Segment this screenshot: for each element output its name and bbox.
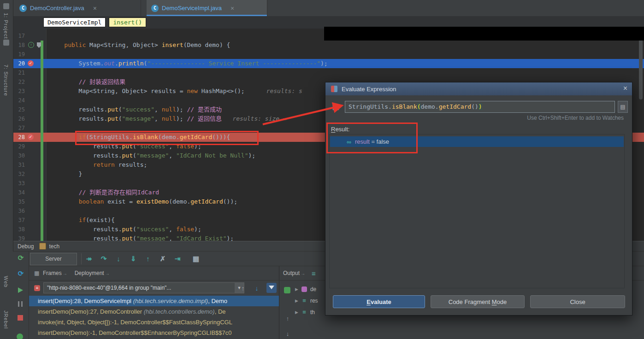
stack-frames-list: insert(Demo):28, DemoServiceImpl (hbi.te… xyxy=(29,296,279,339)
close-button[interactable]: Close xyxy=(530,295,625,308)
output-settings-icon[interactable] xyxy=(284,287,290,293)
menu-icon[interactable] xyxy=(3,3,9,9)
tab-democontroller[interactable]: C DemoController.java × xyxy=(15,0,141,16)
editor-scrollbar[interactable] xyxy=(639,30,643,99)
gutter: 1718↑1920✓2122232425262728✓2930313233343… xyxy=(13,29,46,241)
result-name: result xyxy=(355,138,370,145)
gutter-row: 32 xyxy=(13,170,46,179)
run-config-icon xyxy=(39,243,46,250)
gutter-row: 37 xyxy=(13,216,46,225)
rerun-icon[interactable]: ⟳ xyxy=(17,254,24,262)
sidebar-item-project[interactable]: 1: Project xyxy=(3,13,9,39)
code-line[interactable] xyxy=(50,68,644,77)
dialog-title-bar[interactable]: Evaluate Expression × xyxy=(325,82,632,95)
separator xyxy=(81,253,82,264)
drop-frame-icon[interactable]: ✗ xyxy=(158,254,168,263)
gutter-row: 26 xyxy=(13,114,46,123)
line-number: 24 xyxy=(13,96,25,105)
expand-arrow-icon[interactable]: ▶ xyxy=(295,298,298,303)
line-number: 38 xyxy=(13,225,25,234)
scroll-up-icon[interactable]: ↑ xyxy=(284,315,291,322)
gutter-row: 39 xyxy=(13,234,46,241)
close-icon[interactable]: × xyxy=(93,5,97,12)
stack-frame-row[interactable]: insertDemo(Demo):-1, DemoController$$Enh… xyxy=(29,327,279,338)
show-execution-point-icon[interactable]: ↠ xyxy=(84,254,94,263)
previous-frame-icon[interactable]: ↑ xyxy=(239,284,247,292)
ide-window: 1: Project 7: Structure Web JRebel C Dem… xyxy=(0,0,644,339)
gutter-row: 18↑ xyxy=(13,41,46,50)
scroll-down-icon[interactable]: ↓ xyxy=(284,330,291,338)
resume-icon[interactable] xyxy=(18,287,23,293)
evaluate-expression-icon[interactable]: ▦ xyxy=(191,254,201,263)
result-tree[interactable]: ∞ result = false xyxy=(329,134,625,288)
close-icon[interactable]: × xyxy=(623,84,627,93)
frames-icon: ▦ xyxy=(34,270,40,276)
breakpoint-icon[interactable]: ✓ xyxy=(28,134,34,140)
override-marker-icon[interactable]: ↑ xyxy=(28,42,34,48)
gutter-row: 23 xyxy=(13,87,46,96)
gutter-row: 27 xyxy=(13,123,46,133)
breadcrumb-method[interactable]: insert() xyxy=(109,18,146,27)
line-number: 31 xyxy=(13,160,25,170)
pause-icon[interactable] xyxy=(18,301,23,307)
stack-frame-row[interactable]: insertDemo(Demo):27, DemoController (hbi… xyxy=(29,306,279,317)
code-fragment-mode-button[interactable]: Code Fragment Mode xyxy=(431,295,525,308)
tab-arrow-icon: → xyxy=(301,271,305,276)
gutter-row: 33 xyxy=(13,179,46,188)
line-number: 33 xyxy=(13,179,25,188)
sidebar-item-structure[interactable]: 7: Structure xyxy=(3,64,9,96)
evaluate-button[interactable]: Evaluate xyxy=(333,295,425,308)
step-into-icon[interactable]: ↓ xyxy=(113,254,124,263)
breakpoint-icon[interactable]: ✓ xyxy=(28,60,34,66)
thread-dropdown[interactable]: "http-nio-8080-exec-40"@19,664 in group … xyxy=(43,282,244,293)
tab-deployment[interactable]: Deployment xyxy=(75,270,104,276)
evaluate-dialog-icon xyxy=(331,86,337,92)
result-row[interactable]: ∞ result = false xyxy=(330,136,624,147)
sidebar-item-web[interactable]: Web xyxy=(3,276,9,287)
filter-icon[interactable] xyxy=(266,283,277,293)
expand-editor-icon[interactable]: ▤ xyxy=(618,101,628,113)
gutter-row: 30 xyxy=(13,151,46,160)
sidebar-item-jrebel[interactable]: JRebel xyxy=(3,310,9,329)
tab-demoserviceimpl[interactable]: C DemoServiceImpl.java × xyxy=(147,0,267,16)
tab-server[interactable]: Server xyxy=(30,253,77,265)
line-number: 20 xyxy=(13,59,25,68)
variable-label: res xyxy=(310,298,318,304)
tab-output[interactable]: Output xyxy=(283,270,300,276)
thread-status-icon: ≡ xyxy=(34,285,40,291)
gutter-row: 22 xyxy=(13,77,46,87)
line-number: 28 xyxy=(13,133,25,142)
stack-frame-row[interactable]: invoke(int, Object, Object[]):-1, DemoCo… xyxy=(29,317,279,327)
run-config-name: tech xyxy=(49,243,59,250)
gutter-row: 38 xyxy=(13,225,46,234)
class-icon: C xyxy=(19,5,27,12)
breadcrumb-class[interactable]: DemoServiceImpl xyxy=(43,18,106,27)
step-over-icon[interactable]: ↷ xyxy=(99,254,109,263)
code-line[interactable]: public Map<String, Object> insert(Demo d… xyxy=(50,41,644,50)
refresh-icon[interactable]: ⟳ xyxy=(17,270,24,277)
result-value: false xyxy=(377,138,389,145)
debugger-tabs: ▦ Frames → Deployment → xyxy=(29,266,279,281)
expand-arrow-icon[interactable]: ▶ xyxy=(295,287,298,292)
gutter-row: 36 xyxy=(13,206,46,216)
step-out-icon[interactable]: ↑ xyxy=(143,254,153,263)
stop-icon[interactable] xyxy=(18,315,23,321)
run-to-cursor-icon[interactable]: ⇥ xyxy=(172,254,183,263)
tab-frames[interactable]: Frames xyxy=(43,270,62,276)
code-line[interactable] xyxy=(50,50,644,59)
expand-arrow-icon[interactable]: ▶ xyxy=(295,310,298,315)
next-frame-icon[interactable]: ↓ xyxy=(253,284,261,292)
status-dot-icon[interactable] xyxy=(17,333,23,339)
gutter-row: 35 xyxy=(13,197,46,206)
output-menu-icon[interactable]: ≡ xyxy=(312,269,316,277)
window-icon[interactable] xyxy=(3,40,9,46)
code-line[interactable]: System.out.println("--------------- Serv… xyxy=(50,59,644,68)
force-step-into-icon[interactable]: ⇓ xyxy=(128,254,138,263)
result-separator: = xyxy=(370,138,377,145)
close-icon[interactable]: × xyxy=(230,5,234,12)
gutter-row: 17 xyxy=(13,31,46,41)
bookmark-icon xyxy=(37,42,41,48)
stack-frame-row[interactable]: insert(Demo):28, DemoServiceImpl (hbi.te… xyxy=(29,296,279,306)
expression-input[interactable]: StringUtils.isBlank(demo.getIdCard()) xyxy=(345,101,615,113)
line-number: 37 xyxy=(13,216,25,225)
